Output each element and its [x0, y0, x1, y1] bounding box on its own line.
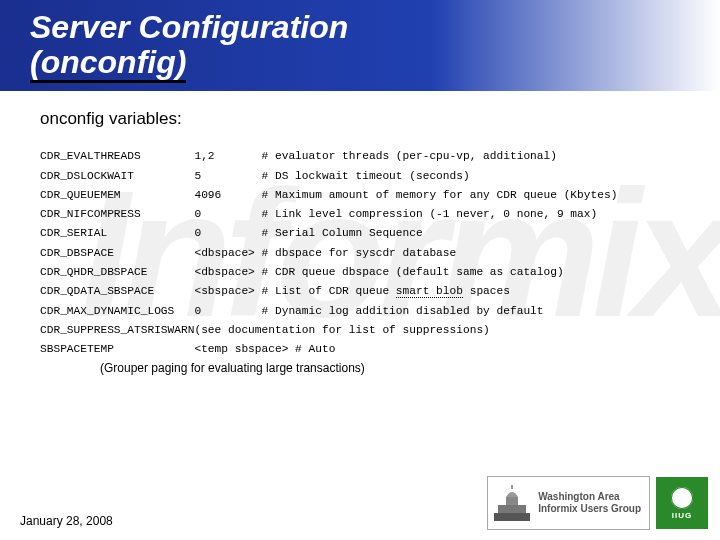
svg-rect-0	[494, 513, 530, 521]
waiug-line1: Washington Area	[538, 491, 641, 503]
waiug-logo: Washington Area Informix Users Group	[487, 476, 650, 530]
iiug-label: IIUG	[672, 511, 692, 520]
title-line1: Server Configuration	[30, 10, 700, 45]
iiug-logo: IIUG	[656, 477, 708, 529]
slide-content: onconfig variables: CDR_EVALTHREADS 1,2 …	[0, 91, 720, 375]
config-block: CDR_EVALTHREADS 1,2 # evaluator threads …	[40, 147, 680, 359]
svg-rect-1	[498, 505, 526, 513]
footer-date: January 28, 2008	[20, 514, 113, 528]
logos: Washington Area Informix Users Group IIU…	[487, 476, 708, 530]
capitol-icon	[492, 483, 532, 523]
svg-rect-3	[511, 485, 513, 489]
grouper-note: (Grouper paging for evaluating large tra…	[100, 361, 680, 375]
subtitle: onconfig variables:	[40, 109, 680, 129]
title-line2: (onconfig)	[30, 45, 700, 83]
waiug-line2: Informix Users Group	[538, 503, 641, 515]
svg-rect-2	[506, 497, 518, 505]
globe-icon	[671, 487, 693, 509]
slide-header: Server Configuration (onconfig)	[0, 0, 720, 91]
